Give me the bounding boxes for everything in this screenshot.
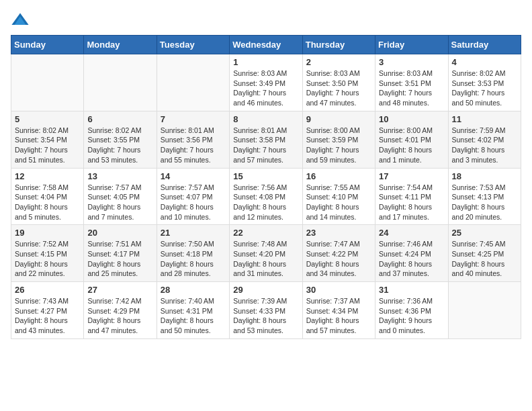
calendar-cell: 30Sunrise: 7:37 AM Sunset: 4:34 PM Dayli… [302, 282, 375, 339]
day-detail: Sunrise: 7:48 AM Sunset: 4:20 PM Dayligh… [233, 239, 298, 279]
day-number: 25 [452, 228, 517, 238]
calendar-cell: 31Sunrise: 7:36 AM Sunset: 4:36 PM Dayli… [375, 282, 448, 339]
day-detail: Sunrise: 7:52 AM Sunset: 4:15 PM Dayligh… [15, 239, 80, 279]
day-detail: Sunrise: 8:00 AM Sunset: 4:01 PM Dayligh… [379, 126, 444, 165]
day-detail: Sunrise: 7:53 AM Sunset: 4:13 PM Dayligh… [452, 183, 517, 222]
calendar-cell [84, 54, 157, 111]
calendar-cell [157, 54, 229, 111]
day-detail: Sunrise: 7:54 AM Sunset: 4:11 PM Dayligh… [379, 183, 444, 222]
calendar-cell: 9Sunrise: 8:00 AM Sunset: 3:59 PM Daylig… [302, 111, 375, 168]
weekday-header-tuesday: Tuesday [157, 36, 229, 54]
calendar-cell: 25Sunrise: 7:45 AM Sunset: 4:25 PM Dayli… [448, 225, 521, 282]
calendar-cell [11, 54, 84, 111]
calendar-cell: 22Sunrise: 7:48 AM Sunset: 4:20 PM Dayli… [230, 225, 302, 282]
day-number: 4 [452, 57, 517, 67]
day-number: 12 [15, 171, 80, 181]
day-detail: Sunrise: 7:51 AM Sunset: 4:17 PM Dayligh… [87, 239, 152, 279]
calendar-cell: 14Sunrise: 7:57 AM Sunset: 4:07 PM Dayli… [157, 168, 229, 225]
day-number: 20 [87, 228, 152, 238]
day-number: 19 [15, 228, 80, 238]
day-number: 11 [452, 114, 517, 124]
weekday-header-sunday: Sunday [11, 36, 84, 54]
day-detail: Sunrise: 8:02 AM Sunset: 3:54 PM Dayligh… [15, 126, 80, 165]
day-number: 2 [306, 57, 371, 67]
day-number: 15 [233, 171, 298, 181]
day-number: 17 [379, 171, 444, 181]
day-detail: Sunrise: 7:59 AM Sunset: 4:02 PM Dayligh… [452, 126, 517, 165]
day-detail: Sunrise: 7:50 AM Sunset: 4:18 PM Dayligh… [161, 239, 226, 279]
calendar-cell: 1Sunrise: 8:03 AM Sunset: 3:49 PM Daylig… [230, 54, 302, 111]
weekday-header-thursday: Thursday [302, 36, 375, 54]
calendar-cell: 8Sunrise: 8:01 AM Sunset: 3:58 PM Daylig… [230, 111, 302, 168]
calendar-cell: 13Sunrise: 7:57 AM Sunset: 4:05 PM Dayli… [84, 168, 157, 225]
day-detail: Sunrise: 8:03 AM Sunset: 3:49 PM Dayligh… [233, 68, 298, 108]
day-number: 27 [87, 285, 152, 295]
day-detail: Sunrise: 7:40 AM Sunset: 4:31 PM Dayligh… [161, 296, 226, 336]
day-number: 10 [379, 114, 444, 124]
day-number: 13 [87, 171, 152, 181]
day-number: 5 [15, 114, 80, 124]
weekday-header-monday: Monday [84, 36, 157, 54]
day-detail: Sunrise: 7:37 AM Sunset: 4:34 PM Dayligh… [306, 296, 371, 336]
day-detail: Sunrise: 7:36 AM Sunset: 4:36 PM Dayligh… [379, 296, 444, 336]
day-number: 7 [161, 114, 226, 124]
day-number: 31 [379, 285, 444, 295]
day-number: 16 [306, 171, 371, 181]
page-header [11, 11, 521, 30]
day-detail: Sunrise: 7:58 AM Sunset: 4:04 PM Dayligh… [15, 183, 80, 222]
day-detail: Sunrise: 7:55 AM Sunset: 4:10 PM Dayligh… [306, 183, 371, 222]
day-number: 3 [379, 57, 444, 67]
calendar-cell: 10Sunrise: 8:00 AM Sunset: 4:01 PM Dayli… [375, 111, 448, 168]
calendar-cell: 21Sunrise: 7:50 AM Sunset: 4:18 PM Dayli… [157, 225, 229, 282]
day-detail: Sunrise: 8:02 AM Sunset: 3:53 PM Dayligh… [452, 68, 517, 108]
calendar-cell: 23Sunrise: 7:47 AM Sunset: 4:22 PM Dayli… [302, 225, 375, 282]
calendar-cell: 20Sunrise: 7:51 AM Sunset: 4:17 PM Dayli… [84, 225, 157, 282]
calendar-cell: 29Sunrise: 7:39 AM Sunset: 4:33 PM Dayli… [230, 282, 302, 339]
day-detail: Sunrise: 7:57 AM Sunset: 4:07 PM Dayligh… [161, 183, 226, 222]
calendar-cell: 19Sunrise: 7:52 AM Sunset: 4:15 PM Dayli… [11, 225, 84, 282]
calendar-cell: 16Sunrise: 7:55 AM Sunset: 4:10 PM Dayli… [302, 168, 375, 225]
day-detail: Sunrise: 7:39 AM Sunset: 4:33 PM Dayligh… [233, 296, 298, 336]
day-number: 6 [87, 114, 152, 124]
day-number: 29 [233, 285, 298, 295]
day-number: 24 [379, 228, 444, 238]
calendar-cell: 26Sunrise: 7:43 AM Sunset: 4:27 PM Dayli… [11, 282, 84, 339]
calendar-cell: 15Sunrise: 7:56 AM Sunset: 4:08 PM Dayli… [230, 168, 302, 225]
calendar-cell: 5Sunrise: 8:02 AM Sunset: 3:54 PM Daylig… [11, 111, 84, 168]
calendar-cell: 28Sunrise: 7:40 AM Sunset: 4:31 PM Dayli… [157, 282, 229, 339]
day-detail: Sunrise: 7:47 AM Sunset: 4:22 PM Dayligh… [306, 239, 371, 279]
calendar-cell: 4Sunrise: 8:02 AM Sunset: 3:53 PM Daylig… [448, 54, 521, 111]
day-detail: Sunrise: 7:45 AM Sunset: 4:25 PM Dayligh… [452, 239, 517, 279]
logo-icon [11, 11, 30, 30]
day-detail: Sunrise: 7:57 AM Sunset: 4:05 PM Dayligh… [87, 183, 152, 222]
calendar-cell: 12Sunrise: 7:58 AM Sunset: 4:04 PM Dayli… [11, 168, 84, 225]
day-number: 1 [233, 57, 298, 67]
day-detail: Sunrise: 8:03 AM Sunset: 3:51 PM Dayligh… [379, 68, 444, 108]
day-number: 28 [161, 285, 226, 295]
calendar-cell: 11Sunrise: 7:59 AM Sunset: 4:02 PM Dayli… [448, 111, 521, 168]
day-detail: Sunrise: 7:56 AM Sunset: 4:08 PM Dayligh… [233, 183, 298, 222]
day-number: 22 [233, 228, 298, 238]
day-detail: Sunrise: 7:42 AM Sunset: 4:29 PM Dayligh… [87, 296, 152, 336]
weekday-header-saturday: Saturday [448, 36, 521, 54]
day-detail: Sunrise: 8:00 AM Sunset: 3:59 PM Dayligh… [306, 126, 371, 165]
day-detail: Sunrise: 8:03 AM Sunset: 3:50 PM Dayligh… [306, 68, 371, 108]
calendar-cell: 7Sunrise: 8:01 AM Sunset: 3:56 PM Daylig… [157, 111, 229, 168]
weekday-header-friday: Friday [375, 36, 448, 54]
day-number: 8 [233, 114, 298, 124]
day-number: 23 [306, 228, 371, 238]
calendar-cell: 17Sunrise: 7:54 AM Sunset: 4:11 PM Dayli… [375, 168, 448, 225]
day-detail: Sunrise: 8:01 AM Sunset: 3:58 PM Dayligh… [233, 126, 298, 165]
day-number: 21 [161, 228, 226, 238]
day-detail: Sunrise: 7:46 AM Sunset: 4:24 PM Dayligh… [379, 239, 444, 279]
calendar-table: SundayMondayTuesdayWednesdayThursdayFrid… [11, 35, 521, 339]
calendar-cell: 6Sunrise: 8:02 AM Sunset: 3:55 PM Daylig… [84, 111, 157, 168]
day-number: 30 [306, 285, 371, 295]
day-number: 14 [161, 171, 226, 181]
calendar-cell: 2Sunrise: 8:03 AM Sunset: 3:50 PM Daylig… [302, 54, 375, 111]
day-number: 9 [306, 114, 371, 124]
day-detail: Sunrise: 8:01 AM Sunset: 3:56 PM Dayligh… [161, 126, 226, 165]
calendar-cell: 27Sunrise: 7:42 AM Sunset: 4:29 PM Dayli… [84, 282, 157, 339]
calendar-cell [448, 282, 521, 339]
calendar-cell: 3Sunrise: 8:03 AM Sunset: 3:51 PM Daylig… [375, 54, 448, 111]
